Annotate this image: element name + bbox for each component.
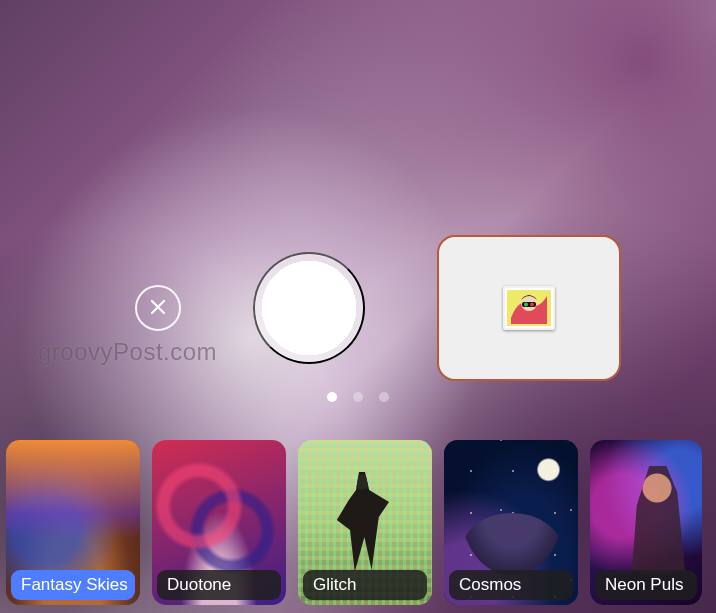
pagination-dots bbox=[0, 392, 716, 402]
svg-point-5 bbox=[530, 303, 534, 307]
filter-item-neon-pulse[interactable]: Neon Puls bbox=[590, 440, 702, 605]
filter-label: Fantasy Skies bbox=[11, 570, 135, 600]
filter-strip[interactable]: Fantasy Skies Duotone Glitch Cosmos Neon… bbox=[0, 430, 716, 605]
filter-label: Neon Puls bbox=[595, 570, 697, 600]
filter-label: Cosmos bbox=[449, 570, 573, 600]
capture-controls-row bbox=[0, 235, 716, 381]
filter-item-fantasy-skies[interactable]: Fantasy Skies bbox=[6, 440, 140, 605]
pagination-dot-3[interactable] bbox=[379, 392, 389, 402]
close-icon bbox=[150, 299, 166, 318]
pagination-dot-2[interactable] bbox=[353, 392, 363, 402]
filter-label: Duotone bbox=[157, 570, 281, 600]
svg-point-4 bbox=[524, 303, 528, 307]
pagination-dot-1[interactable] bbox=[327, 392, 337, 402]
shutter-button[interactable] bbox=[253, 252, 365, 364]
filter-label: Glitch bbox=[303, 570, 427, 600]
gallery-button[interactable] bbox=[437, 235, 621, 381]
filter-item-duotone[interactable]: Duotone bbox=[152, 440, 286, 605]
gallery-thumbnail bbox=[503, 286, 555, 330]
close-button[interactable] bbox=[135, 285, 181, 331]
filter-item-glitch[interactable]: Glitch bbox=[298, 440, 432, 605]
camera-app: groovyPost.com bbox=[0, 0, 716, 613]
filter-item-cosmos[interactable]: Cosmos bbox=[444, 440, 578, 605]
